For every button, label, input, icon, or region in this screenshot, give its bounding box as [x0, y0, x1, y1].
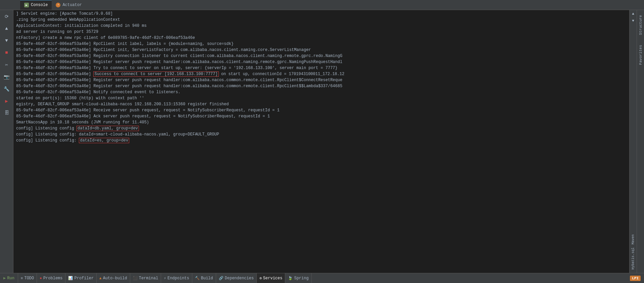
tab-bar: ▶ Console ⚡ Actuator: [0, 0, 644, 10]
highlight-connect: Success to connect to server [192.168.13…: [93, 71, 218, 77]
log-line: .zing Spring embedded WebApplicationCont…: [16, 17, 627, 23]
console-icon: ▶: [24, 3, 29, 7]
log-line: 85-9afe-46df-82cf-006eaf53a46e] RpcClien…: [16, 41, 627, 47]
console-content[interactable]: ] Servlet engine: [Apache Tomcat/9.0.68]…: [13, 10, 629, 273]
log-line: 85-9afe-46df-82cf-006eaf53a46e] Register…: [16, 77, 627, 83]
terminal-label: Terminal: [139, 276, 158, 281]
sidebar-refresh-icon[interactable]: ⟳: [2, 12, 11, 21]
tab-actuator[interactable]: ⚡ Actuator: [52, 0, 86, 10]
spring-icon: 🍃: [288, 276, 293, 280]
run-button[interactable]: ▶ Run: [0, 273, 18, 283]
build-icon: 🔨: [195, 276, 200, 280]
favorites-label[interactable]: Favorites: [638, 43, 643, 66]
spring-label: Spring: [294, 276, 308, 281]
sidebar-db-icon[interactable]: 🗄: [2, 108, 11, 118]
status-endpoints[interactable]: ⚡ Endpoints: [161, 273, 192, 283]
sidebar-camera-icon[interactable]: 📷: [2, 72, 11, 81]
status-auto-build[interactable]: ▲ Auto-build: [97, 273, 130, 283]
profiler-icon: 📊: [68, 276, 73, 280]
services-label: Services: [263, 276, 283, 281]
status-terminal[interactable]: ⬛ Terminal: [130, 273, 161, 283]
sidebar-down-icon[interactable]: ▼: [2, 36, 11, 45]
scroll-down-button[interactable]: ▼: [630, 18, 636, 24]
log-line: 85-9afe-46df-82cf-006eaf53a46e] Notify c…: [16, 89, 627, 95]
logo-box: LPI: [630, 276, 641, 281]
sidebar-hybatis-label[interactable]: Hybatis.sql: [631, 246, 635, 271]
status-todo[interactable]: ≡ TODO: [18, 273, 37, 283]
highlight-es: dataId=es, group=dev: [79, 138, 129, 143]
problems-label: Problems: [43, 276, 63, 281]
log-line: ] Servlet engine: [Apache Tomcat/9.0.68]: [16, 11, 627, 17]
console-area: ] Servlet engine: [Apache Tomcat/9.0.68]…: [13, 10, 629, 273]
run-icon: ▶: [3, 276, 6, 281]
log-line: 85-9afe-46df-82cf-006eaf53a46e] Try to c…: [16, 65, 627, 71]
tab-actuator-label: Actuator: [62, 3, 82, 7]
log-line-highlighted-2: config] Listening config dataId=db.yaml,…: [16, 125, 627, 131]
run-label: Run: [7, 276, 14, 281]
main-layout: ⟳ ▲ ▼ ■ ✂ 📷 🔧 ▶ 🗄 ] Servlet engine: [Apa…: [0, 10, 644, 273]
logo-area: LPI: [627, 276, 644, 281]
log-line: 85-9afe-46df-82cf-006eaf53a46e] RpcClien…: [16, 47, 627, 53]
log-line: ntFactory] create a new rpc client of 6e…: [16, 35, 627, 41]
structure-label[interactable]: Structure: [638, 13, 643, 37]
terminal-icon: ⬛: [133, 276, 138, 280]
sidebar-up-icon[interactable]: ▲: [2, 24, 11, 33]
log-line-highlighted-3: config] Listening config: dataId=es, gro…: [16, 137, 627, 144]
log-line: ApplicationContext: initialization compl…: [16, 23, 627, 29]
sidebar-run-icon[interactable]: ▶: [2, 96, 11, 106]
endpoints-icon: ⚡: [164, 276, 166, 280]
log-line: 85-9afe-46df-82cf-006eaf53a46e] Ack serv…: [16, 113, 627, 119]
sidebar-stop-icon[interactable]: ■: [2, 48, 11, 57]
log-line: 85-9afe-46df-82cf-006eaf53a46e] Registry…: [16, 53, 627, 59]
scroll-up-button[interactable]: ▲: [630, 11, 636, 17]
status-services[interactable]: ⚙ Services: [257, 273, 285, 283]
todo-icon: ≡: [21, 276, 23, 280]
right-sidebar: ▲ ▼ Maven Hybatis.sql: [629, 10, 637, 273]
auto-build-label: Auto-build: [103, 276, 127, 281]
log-line: 85-9afe-46df-82cf-006eaf53a46e] Register…: [16, 83, 627, 89]
todo-label: TODO: [24, 276, 34, 281]
endpoints-label: Endpoints: [167, 276, 189, 281]
sidebar-tool-icon[interactable]: 🔧: [2, 84, 11, 94]
log-line: started on port(s): 15360 (http) with co…: [16, 95, 627, 101]
dependencies-icon: 🔗: [219, 276, 224, 280]
build-label: Build: [201, 276, 213, 281]
far-right-panel: Structure Favorites: [637, 10, 644, 273]
log-line: egistry, DEFAULT_GROUP smart-cloud-aliba…: [16, 101, 627, 107]
actuator-icon: ⚡: [56, 3, 60, 7]
tab-console[interactable]: ▶ Console: [20, 0, 52, 10]
profiler-label: Profiler: [74, 276, 94, 281]
tab-console-label: Console: [31, 3, 48, 7]
log-line: config] Listening config: dataId=smart-c…: [16, 131, 627, 137]
log-line: 85-9afe-46df-82cf-006eaf53a46e] Register…: [16, 59, 627, 65]
auto-build-icon: ▲: [99, 276, 102, 280]
services-icon: ⚙: [259, 276, 262, 280]
log-line: ad server is running on port 35729: [16, 29, 627, 35]
status-problems[interactable]: ● Problems: [37, 273, 65, 283]
sidebar-settings-icon[interactable]: ✂: [2, 60, 11, 69]
status-dependencies[interactable]: 🔗 Dependencies: [216, 273, 257, 283]
log-line-highlighted-1: 85-9afe-46df-82cf-006eaf53a46e] Success …: [16, 71, 627, 77]
problems-icon: ●: [40, 276, 42, 280]
log-line: 85-9afe-46df-82cf-006eaf53a46e] Receive …: [16, 107, 627, 113]
highlight-db-yaml: dataId=db.yaml, group=dev: [77, 126, 139, 131]
sidebar-maven-label[interactable]: Maven: [631, 233, 635, 245]
status-bar: ▶ Run ≡ TODO ● Problems 📊 Profiler ▲ Aut…: [0, 273, 644, 283]
status-spring[interactable]: 🍃 Spring: [285, 273, 311, 283]
left-sidebar: ⟳ ▲ ▼ ■ ✂ 📷 🔧 ▶ 🗄: [0, 10, 13, 273]
status-build[interactable]: 🔨 Build: [192, 273, 216, 283]
status-profiler[interactable]: 📊 Profiler: [65, 273, 97, 283]
dependencies-label: Dependencies: [225, 276, 254, 281]
log-line: SmartNacosApp in 10.18 seconds (JVM runn…: [16, 119, 627, 125]
